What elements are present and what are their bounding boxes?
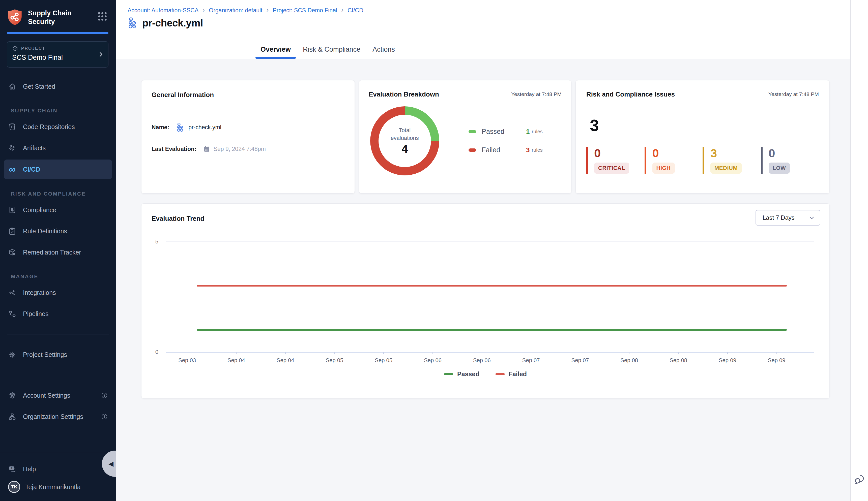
sidebar-item-get-started[interactable]: Get Started [4,79,112,94]
app-title: Supply Chain Security [28,9,92,26]
date-range-value: Last 7 Days [763,214,795,221]
breadcrumb-project[interactable]: Project: SCS Demo Final [273,7,337,14]
trend-legend: Passed Failed [142,371,829,378]
sidebar-item-organization-settings[interactable]: Organization Settings [4,409,112,424]
x-axis-label: Sep 07 [522,357,540,364]
x-axis-tick [482,352,482,354]
donut-total: 4 [402,143,408,155]
tab-overview[interactable]: Overview [254,40,297,59]
pipeline-icon [127,17,139,29]
card-title: General Information [151,91,214,99]
last-evaluation-label: Last Evaluation: [151,146,197,152]
trend-legend-swatch [444,373,453,375]
trend-plot: Sep 03Sep 04Sep 04Sep 05Sep 05Sep 06Sep … [163,242,814,352]
sidebar-item-pipelines[interactable]: Pipelines [4,307,112,321]
tab-bar: Overview Risk & Compliance Actions [254,40,401,59]
legend-label: Failed [482,146,526,154]
info-icon[interactable] [101,392,108,399]
info-icon[interactable] [101,413,108,420]
date-range-select[interactable]: Last 7 Days [755,210,820,225]
tab-risk-compliance[interactable]: Risk & Compliance [297,40,366,59]
user-name: Teja Kummarikuntla [25,483,81,491]
sidebar-item-rule-definitions[interactable]: Rule Definitions [4,224,112,238]
section-label-manage: MANAGE [11,274,116,279]
sidebar-item-compliance[interactable]: Compliance [4,203,112,217]
user-menu[interactable]: TK Teja Kummarikuntla [4,480,112,494]
severity-stat: 0 LOW [761,147,819,174]
breadcrumb-separator-icon: › [341,7,344,14]
sidebar-item-label: Account Settings [23,392,70,399]
card-title: Evaluation Trend [151,215,205,223]
sidebar-item-label: Help [23,466,36,473]
breakdown-legend: Passed 1 rules Failed 3 rules [469,128,543,154]
project-selector[interactable]: PROJECT SCS Demo Final [7,41,108,67]
sidebar-item-label: Artifacts [23,145,46,152]
donut-center-label: Total [399,127,410,133]
x-axis-label: Sep 05 [375,357,393,364]
calendar-icon [203,145,211,153]
legend-value: 3 [526,146,530,154]
code-repository-icon [8,123,17,131]
breadcrumb-organization[interactable]: Organization: default [209,7,262,14]
app-root: Supply Chain Security PROJECT SCS Dem [0,0,868,501]
x-axis-tick [678,352,679,354]
app-switcher-icon[interactable] [97,11,108,22]
breadcrumb-account[interactable]: Account: Automation-SSCA [128,7,198,14]
severity-count: 0 [652,147,703,159]
sidebar-item-label: Code Repositories [23,123,75,130]
sidebar-item-artifacts[interactable]: Artifacts [4,141,112,155]
sidebar-divider [7,375,109,375]
tab-actions[interactable]: Actions [366,40,401,59]
x-axis-label: Sep 04 [228,357,245,364]
project-name: SCS Demo Final [12,54,103,62]
total-issues-count: 3 [590,117,819,134]
layers-icon [8,391,17,400]
sidebar-item-label: Compliance [23,206,56,214]
card-title: Risk and Compliance Issues [586,90,675,98]
x-axis-label: Sep 05 [326,357,344,364]
donut-center-label: evaluations [391,135,419,141]
svg-text:?: ? [11,467,12,470]
avatar: TK [8,481,20,493]
sidebar-item-help[interactable]: ? Help [4,462,112,476]
sidebar-item-code-repositories[interactable]: Code Repositories [4,119,112,134]
x-axis-tick [187,352,187,354]
x-axis-tick [776,352,777,354]
x-axis-label: Sep 03 [178,357,196,364]
sidebar-item-label: Remediation Tracker [23,249,81,256]
donut-chart: Total evaluations 4 [370,106,439,175]
section-label-supply-chain: SUPPLY CHAIN [11,108,116,114]
trend-legend-item: Failed [495,371,527,378]
x-axis-label: Sep 08 [670,357,687,364]
x-axis-tick [531,352,531,354]
x-axis-label: Sep 07 [572,357,589,364]
donut-center: Total evaluations 4 [378,115,431,167]
sidebar-item-label: Rule Definitions [23,227,67,235]
chat-bubbles-icon[interactable] [854,474,865,486]
severity-badge: MEDIUM [710,162,742,174]
sidebar-item-project-settings[interactable]: Project Settings [4,347,112,362]
chevron-right-icon [97,51,104,58]
x-axis-label: Sep 04 [276,357,294,364]
sidebar-item-cicd[interactable]: ∞ CI/CD [4,160,112,179]
x-axis-tick [236,352,237,354]
x-axis-tick [285,352,286,354]
trend-legend-label: Passed [457,371,479,378]
severity-stat: 0 HIGH [645,147,703,174]
severity-badge: HIGH [652,162,675,174]
x-axis-label: Sep 06 [473,357,491,364]
breadcrumb-cicd[interactable]: CI/CD [347,7,363,14]
sidebar-item-integrations[interactable]: Integrations [4,285,112,300]
sidebar-divider [7,334,109,334]
sidebar-item-label: Pipelines [23,310,49,318]
sidebar-item-remediation-tracker[interactable]: Remediation Tracker [4,245,112,259]
org-chart-icon [8,413,17,421]
trend-legend-item: Passed [444,371,479,378]
sidebar-item-account-settings[interactable]: Account Settings [4,388,112,403]
gear-icon [8,351,17,359]
y-axis-label: 0 [155,349,158,355]
x-axis-tick [432,352,433,354]
y-axis-label: 5 [155,238,158,245]
project-cube-icon [12,45,18,51]
x-axis-label: Sep 09 [768,357,785,364]
